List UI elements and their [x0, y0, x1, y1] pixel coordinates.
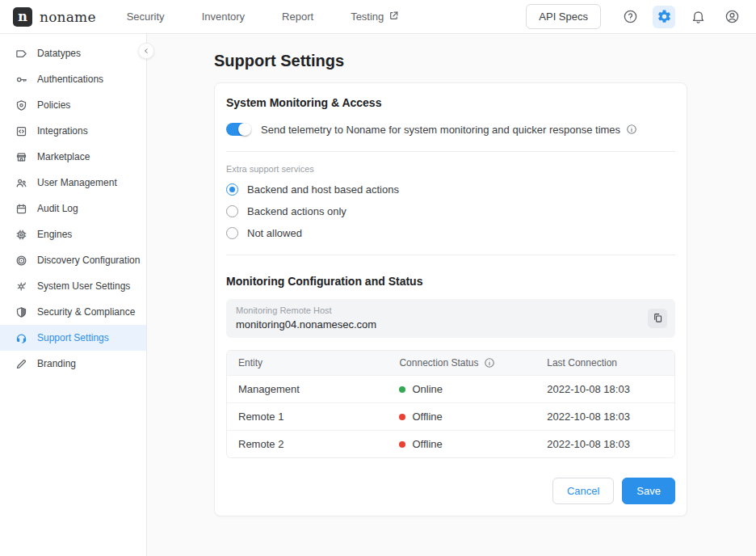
connection-status-info-icon[interactable] [484, 357, 495, 369]
key-icon [15, 73, 27, 86]
divider [226, 255, 675, 255]
users-icon [15, 176, 27, 189]
sidebar-item-authentications[interactable]: Authentications [0, 66, 146, 92]
divider [226, 151, 675, 152]
host-text: Monitoring Remote Host monitoring04.nona… [236, 305, 648, 331]
noname-logo-icon: n [13, 7, 32, 27]
connection-status-table: Entity Connection Status Last Connection… [226, 350, 675, 458]
table-row: Remote 2 Offline 2022-10-08 18:03 [227, 430, 674, 457]
sidebar-item-datatypes[interactable]: Datatypes [0, 40, 146, 66]
radio-backend-and-host[interactable]: Backend and host based actions [226, 183, 675, 196]
header-label: Entity [238, 357, 262, 369]
header-entity: Entity [227, 351, 388, 375]
radio-label: Backend and host based actions [247, 183, 399, 196]
sidebar-item-label: Authentications [37, 74, 103, 85]
status-text: Online [412, 383, 443, 395]
cell-entity: Remote 2 [227, 431, 388, 457]
sidebar-item-support-settings[interactable]: Support Settings [0, 325, 146, 351]
cell-entity: Remote 1 [227, 403, 388, 430]
cell-last-connection: 2022-10-08 18:03 [536, 431, 674, 457]
table-header-row: Entity Connection Status Last Connection [227, 351, 674, 375]
sidebar-item-discovery-configuration[interactable]: Discovery Configuration [0, 247, 146, 273]
sidebar-item-label: Integrations [37, 125, 88, 137]
telemetry-label: Send telemetry to Noname for system moni… [261, 124, 637, 136]
radio-not-allowed[interactable]: Not allowed [226, 226, 675, 239]
save-button[interactable]: Save [622, 478, 675, 504]
host-field-label: Monitoring Remote Host [236, 305, 648, 315]
sidebar-item-policies[interactable]: Policies [0, 92, 146, 118]
target-icon [15, 254, 27, 267]
top-bar: n noname Security Inventory Report Testi… [0, 0, 756, 34]
telemetry-info-icon[interactable] [626, 124, 637, 135]
monitoring-config-heading: Monitoring Configuration and Status [226, 275, 675, 288]
gear-user-icon [15, 280, 27, 293]
sidebar-item-label: Policies [37, 99, 70, 111]
sidebar-item-marketplace[interactable]: Marketplace [0, 144, 146, 170]
header-connection-status: Connection Status [388, 351, 536, 375]
radio-backend-only[interactable]: Backend actions only [226, 204, 675, 217]
sidebar-item-label: Marketplace [37, 151, 90, 162]
top-navigation: Security Inventory Report Testing [127, 11, 400, 23]
nav-report[interactable]: Report [282, 11, 313, 23]
monitoring-remote-host-field: Monitoring Remote Host monitoring04.nona… [226, 299, 675, 338]
cell-status: Online [388, 376, 536, 402]
help-icon[interactable] [619, 6, 641, 28]
brand-logo[interactable]: n noname [13, 7, 96, 27]
status-text: Offline [412, 438, 442, 450]
sidebar-item-label: Discovery Configuration [37, 255, 140, 266]
api-specs-button[interactable]: API Specs [526, 4, 601, 29]
cell-last-connection: 2022-10-08 18:03 [536, 376, 674, 402]
sidebar-collapse-button[interactable] [138, 43, 154, 59]
nav-label: Testing [351, 11, 384, 23]
header-label: Connection Status [399, 357, 478, 369]
sidebar-item-system-user-settings[interactable]: System User Settings [0, 273, 146, 299]
sidebar-item-branding[interactable]: Branding [0, 351, 146, 377]
external-link-icon [388, 11, 399, 23]
radio-label: Backend actions only [247, 205, 346, 217]
code-box-icon [15, 124, 27, 137]
telemetry-toggle[interactable] [226, 123, 250, 136]
telemetry-label-text: Send telemetry to Noname for system moni… [261, 124, 620, 136]
nav-label: Inventory [202, 11, 245, 23]
cell-status: Offline [388, 431, 536, 457]
status-dot [399, 386, 405, 393]
nav-inventory[interactable]: Inventory [202, 11, 245, 23]
header-label: Last Connection [547, 357, 617, 369]
notifications-bell-icon[interactable] [687, 6, 709, 28]
telemetry-toggle-row: Send telemetry to Noname for system moni… [226, 123, 675, 136]
nav-security[interactable]: Security [127, 11, 165, 23]
form-actions: Cancel Save [226, 478, 675, 504]
sidebar: Datatypes Authentications Policies Integ… [0, 34, 147, 556]
page-title: Support Settings [214, 52, 756, 70]
brand-name: noname [40, 9, 96, 25]
status-dot [399, 414, 405, 420]
sidebar-item-audit-log[interactable]: Audit Log [0, 196, 146, 221]
sidebar-item-security-compliance[interactable]: Security & Compliance [0, 299, 146, 325]
sidebar-item-label: Datatypes [37, 48, 81, 59]
tag-icon [15, 47, 27, 60]
radio-button [226, 205, 238, 217]
toggle-knob [238, 123, 251, 136]
cancel-button[interactable]: Cancel [552, 478, 614, 504]
sidebar-item-integrations[interactable]: Integrations [0, 118, 146, 144]
sidebar-item-label: Security & Compliance [37, 306, 135, 318]
cell-entity: Management [227, 376, 388, 402]
system-monitoring-heading: System Monitoring & Access [226, 96, 675, 109]
sidebar-item-label: Support Settings [37, 332, 109, 343]
topbar-actions: API Specs [526, 4, 743, 29]
sidebar-item-engines[interactable]: Engines [0, 221, 146, 247]
copy-button[interactable] [648, 309, 667, 328]
table-row: Management Online 2022-10-08 18:03 [227, 375, 674, 402]
sidebar-item-label: System User Settings [37, 280, 130, 292]
support-settings-card: System Monitoring & Access Send telemetr… [214, 82, 687, 516]
sidebar-item-label: User Management [37, 177, 117, 188]
sidebar-item-label: Audit Log [37, 203, 78, 214]
cell-status: Offline [388, 403, 536, 430]
sidebar-item-user-management[interactable]: User Management [0, 170, 146, 196]
nav-testing[interactable]: Testing [351, 11, 399, 23]
shield-check-icon [15, 305, 27, 318]
account-icon[interactable] [720, 6, 743, 28]
settings-gear-icon[interactable] [653, 6, 675, 28]
storefront-icon [15, 150, 27, 163]
sidebar-item-label: Branding [37, 358, 76, 369]
